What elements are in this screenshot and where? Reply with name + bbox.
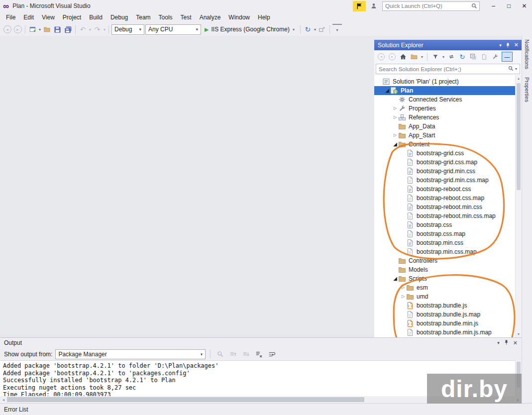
quick-launch-input[interactable] (383, 3, 471, 9)
refresh-button[interactable]: ↻ (303, 24, 313, 35)
menu-view[interactable]: View (38, 12, 59, 22)
filter-caret-icon[interactable]: ▾ (442, 55, 445, 59)
tree-item-bootstrap-bundle-js-map[interactable]: bootstrap.bundle.js.map (374, 310, 515, 319)
save-all-button[interactable] (63, 24, 73, 35)
tree-item-bootstrap-grid-css-map[interactable]: bootstrap-grid.css.map (374, 158, 515, 167)
tree-scrollbar[interactable]: ▲ ▼ (515, 75, 522, 337)
redo-caret-icon[interactable]: ▾ (103, 27, 106, 32)
tree-item-bootstrap-bundle-min-js[interactable]: bootstrap.bundle.min.js (374, 319, 515, 328)
menu-debug[interactable]: Debug (106, 12, 132, 22)
tree-item-properties[interactable]: ▷Properties (374, 104, 515, 113)
tree-expander-expanded-icon[interactable]: ◢ (392, 274, 398, 283)
se-properties-button[interactable] (491, 52, 500, 62)
tree-item-bootstrap-grid-min-css[interactable]: bootstrap-grid.min.css (374, 167, 515, 176)
navigate-forward-button[interactable]: ► (13, 24, 22, 35)
scrollbar-thumb[interactable] (7, 397, 364, 402)
menu-build[interactable]: Build (85, 12, 106, 22)
new-project-button[interactable] (28, 24, 37, 35)
menu-window[interactable]: Window (224, 12, 254, 22)
search-icon[interactable] (508, 66, 514, 73)
se-forward-button[interactable]: ► (388, 52, 397, 62)
window-position-caret-icon[interactable]: ▾ (499, 43, 502, 48)
scrollbar-thumb[interactable] (517, 83, 521, 190)
menu-project[interactable]: Project (59, 12, 85, 22)
undo-button[interactable]: ↶ (78, 24, 88, 35)
tree-expander-collapsed-icon[interactable]: ▷ (392, 131, 398, 140)
tree-expander-expanded-icon[interactable]: ◢ (384, 86, 390, 95)
side-tab-properties[interactable]: Properties (524, 77, 530, 102)
tree-item-bootstrap-bundle-min-js-map[interactable]: bootstrap.bundle.min.js.map (374, 328, 515, 337)
se-home-button[interactable] (399, 52, 408, 62)
error-list-label[interactable]: Error List (4, 406, 28, 413)
tree-expander-collapsed-icon[interactable]: ▷ (400, 283, 406, 292)
tree-item-esm[interactable]: ▷esm (374, 283, 515, 292)
se-show-all-files-button[interactable] (480, 52, 489, 62)
solution-explorer-header[interactable]: Solution Explorer ▾ ✕ (374, 40, 522, 50)
tree-item-controllers[interactable]: Controllers (374, 256, 515, 265)
side-tab-notifications[interactable]: Notifications (524, 39, 530, 69)
scroll-left-icon[interactable]: ◄ (0, 396, 7, 403)
close-panel-icon[interactable]: ✕ (513, 340, 518, 346)
minimize-button[interactable]: – (486, 0, 501, 11)
tree-item-app-data[interactable]: App_Data (374, 122, 515, 131)
tree-item-bootstrap-grid-css[interactable]: bootstrap-grid.css (374, 149, 515, 158)
maximize-button[interactable]: □ (501, 0, 517, 11)
pin-icon[interactable] (506, 42, 510, 48)
tree-item-bootstrap-reboot-min-css-map[interactable]: bootstrap-reboot.min.css.map (374, 211, 515, 220)
tree-item-connected-services[interactable]: Connected Services (374, 95, 515, 104)
close-button[interactable]: ✕ (517, 0, 532, 11)
next-message-button[interactable] (241, 349, 251, 359)
switch-views-caret-icon[interactable]: ▾ (421, 55, 424, 59)
tree-item-umd[interactable]: ▷umd (374, 292, 515, 301)
menu-team[interactable]: Team (132, 12, 154, 22)
tree-item-bootstrap-css[interactable]: bootstrap.css (374, 220, 515, 229)
tree-item-bootstrap-grid-min-css-map[interactable]: bootstrap-grid.min.css.map (374, 176, 515, 185)
attach-button[interactable] (318, 24, 327, 35)
search-options-caret-icon[interactable]: ▾ (515, 67, 518, 71)
refresh-caret-icon[interactable]: ▾ (314, 27, 317, 32)
find-message-button[interactable] (215, 349, 225, 359)
close-panel-icon[interactable]: ✕ (514, 42, 519, 48)
tree-item-solution-plan-1-project[interactable]: Solution 'Plan' (1 project) (374, 77, 515, 86)
tree-item-plan[interactable]: ◢Plan (374, 86, 515, 95)
se-collapse-all-button[interactable] (469, 52, 478, 62)
tree-item-scripts[interactable]: ◢Scripts (374, 274, 515, 283)
word-wrap-button[interactable] (267, 349, 277, 359)
se-filter-button[interactable] (431, 52, 440, 62)
scroll-up-icon[interactable]: ▲ (516, 77, 522, 80)
navigate-back-button[interactable]: ◄ (2, 24, 12, 35)
notifications-flag-icon[interactable] (353, 1, 366, 11)
tree-item-bootstrap-css-map[interactable]: bootstrap.css.map (374, 229, 515, 238)
open-file-button[interactable] (42, 24, 52, 35)
save-button[interactable] (53, 24, 62, 35)
pin-icon[interactable] (504, 339, 509, 346)
start-debugging-button[interactable]: ▶ IIS Express (Google Chrome) ▾ (202, 24, 298, 35)
se-preview-selected-button[interactable]: — (502, 52, 513, 62)
tree-item-bootstrap-reboot-css-map[interactable]: bootstrap-reboot.css.map (374, 194, 515, 203)
tree-item-references[interactable]: ▷References (374, 113, 515, 122)
tree-expander-expanded-icon[interactable]: ◢ (392, 140, 398, 149)
menu-edit[interactable]: Edit (19, 12, 38, 22)
menu-test[interactable]: Test (177, 12, 196, 22)
tree-item-content[interactable]: ◢Content (374, 140, 515, 149)
new-project-caret-icon[interactable]: ▾ (38, 27, 41, 32)
tree-item-bootstrap-bundle-js[interactable]: bootstrap.bundle.js (374, 301, 515, 310)
menu-analyze[interactable]: Analyze (196, 12, 225, 22)
se-sync-button[interactable] (447, 52, 456, 62)
tree-item-app-start[interactable]: ▷App_Start (374, 131, 515, 140)
tree-item-models[interactable]: Models (374, 265, 515, 274)
title-bar[interactable]: ∞ Plan - Microsoft Visual Studio – □ ✕ (0, 0, 532, 12)
tree-expander-collapsed-icon[interactable]: ▷ (392, 104, 398, 113)
se-refresh-button[interactable]: ↻ (458, 52, 467, 62)
scroll-down-icon[interactable]: ▼ (516, 332, 522, 336)
redo-button[interactable]: ↷ (93, 24, 102, 35)
window-position-caret-icon[interactable]: ▾ (497, 340, 500, 345)
feedback-icon[interactable] (370, 2, 377, 9)
previous-message-button[interactable] (228, 349, 238, 359)
tree-expander-collapsed-icon[interactable]: ▷ (400, 292, 406, 301)
tree-item-bootstrap-min-css-map[interactable]: bootstrap.min.css.map (374, 247, 515, 256)
clear-all-button[interactable] (254, 349, 264, 359)
solution-platforms-combo[interactable]: Any CPU ▾ (145, 24, 201, 35)
menu-file[interactable]: File (2, 12, 19, 22)
menu-tools[interactable]: Tools (155, 12, 177, 22)
